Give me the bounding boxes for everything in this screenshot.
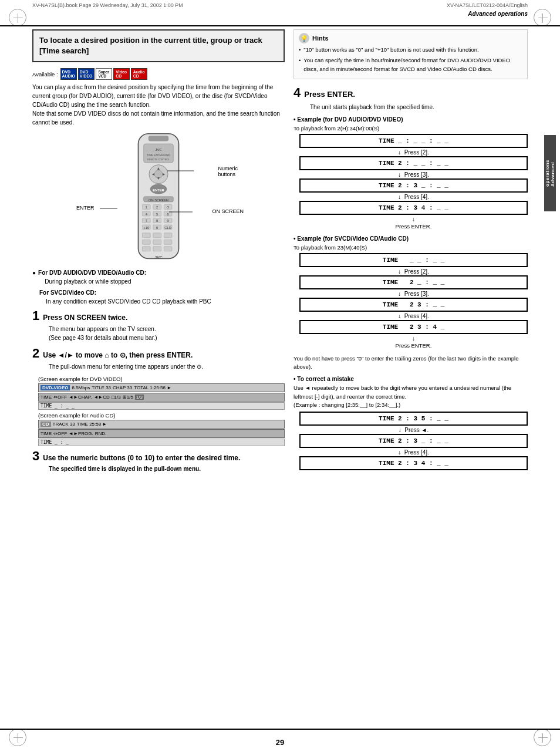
screen-dvd-bar2: TIME ⇔OFF ◄►CHAP. ◄►CD □1/3 ⊞1/5 1/3 [38,393,285,402]
video-cd-badge: VideoCD [113,68,130,80]
svg-text:▲: ▲ [157,166,161,170]
on-screen-label: ON SCREEN [212,208,244,214]
svg-text:3: 3 [167,206,168,210]
svcd-time-arrow-4: ↓ [299,335,528,342]
svg-text:9: 9 [167,220,168,223]
advanced-operations-tab: Advancedoperations [544,135,556,211]
svcd-time-display-1: TIME _ _ : _ _ [299,253,528,267]
step-3: 3 Use the numeric buttons (0 to 10) to e… [32,450,285,474]
dvd-time-steps: TIME _ : _ _ : _ _ ↓ Press [2]. TIME 2 :… [299,134,528,230]
svg-text:7: 7 [146,220,147,223]
svg-text:CLR: CLR [164,226,171,230]
svg-rect-41 [153,233,161,238]
svg-rect-40 [142,233,150,238]
svcd-time-display-3: TIME 2 3 : _ _ [299,298,528,312]
svg-text:+10: +10 [143,226,149,230]
correct-time-arrow-2: ↓ Press [4]. [299,449,528,456]
product-code: XV-NA7SL/LET0212-004A/English [447,2,528,8]
correct-time-display-3: TIME 2 : 3 4 : _ _ [299,456,528,470]
hint-2: • You can specify the time in hour/minut… [299,56,522,73]
svg-text:JVC: JVC [154,255,162,259]
press-enter-dvd: Press ENTER. [299,223,528,230]
example-svcd-sub: To playback from 23(M):40(S) [294,244,528,251]
svcd-time-display-4: TIME 2 3 : 4 _ [299,320,528,334]
correct-mistake-section: • To correct a mistake Use ◄ repeatedly … [294,376,528,470]
svg-rect-1 [149,136,169,141]
screen-cd-bar2: TIME ⇔OFF ◄►PROG. RND. [38,429,285,438]
screen-cd-time: TIME _ : _ [38,439,285,446]
enter-label: ENTER [76,205,95,211]
svg-text:►: ► [162,172,166,176]
screen-examples: (Screen example for DVD VIDEO) DVD-VIDEO… [38,376,285,446]
file-info: XV-NA7SL(B).book Page 29 Wednesday, July… [32,2,183,8]
screen-dvd-label: (Screen example for DVD VIDEO) [38,376,285,382]
example-dvd-title: • Example (for DVD AUDIO/DVD VIDEO) [294,116,528,123]
hints-box: 💡 Hints • "10" button works as "0" and "… [294,29,528,79]
svg-rect-42 [164,233,172,238]
example-dvd-section: • Example (for DVD AUDIO/DVD VIDEO) To p… [294,116,528,230]
section-label: Advanced operations [468,11,528,17]
step-2: 2 Use ◄/► to move ⌂ to ⊙, then press ENT… [32,347,285,371]
svg-text:◄: ◄ [151,172,155,176]
svcd-time-display-2: TIME 2 _ : _ _ [299,275,528,289]
svcd-time-steps: TIME _ _ : _ _ ↓ Press [2]. TIME 2 _ : _… [299,253,528,349]
svg-text:ON SCREEN: ON SCREEN [149,198,168,202]
numeric-buttons-label: Numericbuttons [218,166,238,177]
hints-title-text: Hints [312,35,329,42]
main-content: To locate a desired position in the curr… [32,29,528,726]
svg-rect-43 [142,240,150,245]
correct-body: Use ◄ repeatedly to move back to the dig… [294,384,528,409]
svg-text:JVC: JVC [156,148,162,151]
svg-text:2: 2 [156,206,158,210]
time-display-3: TIME 2 : 3 _ : _ _ [299,178,528,193]
time-arrow-4: ↓ [299,216,528,223]
svcd-time-arrow-1: ↓ Press [2]. [299,268,528,275]
correct-time-steps: TIME 2 : 3 5 : _ _ ↓ Press ◄. TIME 2 : 3… [299,412,528,470]
step-4: 4 Press ENTER. The unit starts playback … [294,85,528,112]
available-label: Available : [32,71,58,77]
svg-rect-46 [142,247,150,251]
svcd-time-arrow-2: ↓ Press [3]. [299,291,528,297]
trailing-zeros-note: You do not have to press "0" to enter th… [294,355,528,372]
svg-text:6: 6 [167,213,168,216]
example-dvd-sub: To playback from 2(H):34(M):00(S) [294,125,528,132]
time-arrow-2: ↓ Press [3]. [299,171,528,178]
intro-text: You can play a disc from the desired pos… [32,83,285,127]
dvd-condition: ● For DVD AUDIO/DVD VIDEO/Audio CD: Duri… [32,268,285,286]
svcd-time-arrow-3: ↓ Press [4]. [299,313,528,319]
screen-cd-bar1: CD TRACK 33 TIME 25:58 ► [38,420,285,429]
svg-text:REMOTE CONTROL: REMOTE CONTROL [147,158,170,161]
svg-text:TIME ENTER/FIND: TIME ENTER/FIND [147,154,170,157]
hint-1: • "10" button works as "0" and "+10" but… [299,46,522,54]
svg-rect-47 [153,247,161,251]
left-column: To locate a desired position in the curr… [32,29,285,726]
super-vcd-badge: SuperVCD [96,68,112,80]
correct-time-arrow-1: ↓ Press ◄. [299,427,528,433]
svg-text:ENTER: ENTER [153,188,164,192]
svg-text:1: 1 [146,206,147,210]
correct-time-display-1: TIME 2 : 3 5 : _ _ [299,412,528,426]
page-title: To locate a desired position in the curr… [39,35,278,56]
time-arrow-1: ↓ Press [2]. [299,149,528,156]
title-box: To locate a desired position in the curr… [32,29,285,62]
screen-dvd-bar1: DVD-VIDEO 8.5Mbps TITLE 33 CHAP 33 TOTAL… [38,383,285,392]
correct-time-display-2: TIME 2 : 3 _ : _ _ [299,434,528,448]
time-display-2: TIME 2 : _ _ : _ _ [299,156,528,170]
usage-conditions: ● For DVD AUDIO/DVD VIDEO/Audio CD: Duri… [32,268,285,306]
page-header: XV-NA7SL(B).book Page 29 Wednesday, July… [0,0,560,26]
step-1: 1 Press ON SCREEN twice. The menu bar ap… [32,309,285,342]
time-display-1: TIME _ : _ _ : _ _ [299,134,528,148]
svg-rect-48 [164,247,172,251]
svg-text:5: 5 [156,213,158,216]
remote-illustration: JVC TIME ENTER/FIND REMOTE CONTROL ▲ ▼ ◄… [76,130,241,265]
svcd-condition: For SVCD/Video CD: In any condition exce… [39,288,285,306]
page-footer: 29 [0,729,560,755]
time-display-4: TIME 2 : 3 4 : _ _ [299,201,528,215]
svg-text:0: 0 [156,226,158,230]
press-enter-svcd: Press ENTER. [299,342,528,349]
dvd-video-badge: DVDVIDEO [78,68,95,80]
audio-cd-badge: AudioCD [131,68,147,80]
example-svcd-section: • Example (for SVCD/Video CD/Audio CD) T… [294,235,528,349]
page-number: 29 [276,738,284,747]
svg-rect-45 [164,240,172,245]
